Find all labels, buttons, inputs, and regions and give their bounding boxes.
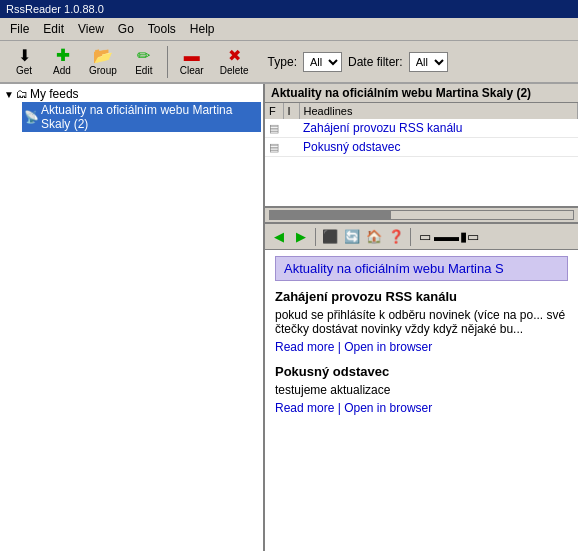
get-label: Get bbox=[16, 65, 32, 76]
menu-file[interactable]: File bbox=[4, 20, 35, 38]
group-icon: 📂 bbox=[93, 47, 113, 65]
scrollbar-area bbox=[265, 208, 578, 224]
nav-stop-button[interactable]: ⬛ bbox=[320, 227, 340, 247]
get-button[interactable]: ⬇ Get bbox=[6, 44, 42, 79]
get-icon: ⬇ bbox=[18, 47, 31, 65]
toolbar-separator-1 bbox=[167, 46, 168, 78]
table-row: ▤ Zahájení provozu RSS kanálu bbox=[265, 119, 578, 138]
tree-root: ▼ 🗂 My feeds bbox=[2, 86, 261, 102]
nav-refresh-button[interactable]: 🔄 bbox=[342, 227, 362, 247]
menu-edit[interactable]: Edit bbox=[37, 20, 70, 38]
app-title: RssReader 1.0.88.0 bbox=[6, 3, 104, 15]
article-1-title: Zahájení provozu RSS kanálu bbox=[275, 289, 568, 304]
my-feeds-icon: 🗂 bbox=[16, 87, 28, 101]
article-2-read-more[interactable]: Read more | Open in browser bbox=[275, 401, 568, 415]
date-filter-select[interactable]: All bbox=[409, 52, 448, 72]
feed-icon: 📡 bbox=[24, 110, 39, 124]
menu-view[interactable]: View bbox=[72, 20, 110, 38]
table-row: ▤ Pokusný odstavec bbox=[265, 138, 578, 157]
headlines-area: F I Headlines ▤ Zahájení provozu RSS kan… bbox=[265, 103, 578, 208]
tree-feed-item[interactable]: 📡 Aktuality na oficiálním webu Martina S… bbox=[22, 102, 261, 132]
row1-f-icon: ▤ bbox=[265, 119, 283, 138]
headline-link-2[interactable]: Pokusný odstavec bbox=[303, 140, 400, 154]
clear-button[interactable]: ▬ Clear bbox=[173, 44, 211, 79]
toolbar: ⬇ Get ✚ Add 📂 Group ✏ Edit ▬ Clear ✖ Del… bbox=[0, 41, 578, 84]
headline-link-1[interactable]: Zahájení provozu RSS kanálu bbox=[303, 121, 462, 135]
article-1: Zahájení provozu RSS kanálu pokud se při… bbox=[275, 289, 568, 354]
add-icon: ✚ bbox=[56, 47, 69, 65]
main-area: ▼ 🗂 My feeds 📡 Aktuality na oficiálním w… bbox=[0, 84, 578, 551]
type-label: Type: bbox=[268, 55, 297, 69]
group-button[interactable]: 📂 Group bbox=[82, 44, 124, 79]
article-2: Pokusný odstavec testujeme aktualizace R… bbox=[275, 364, 568, 415]
menu-bar: File Edit View Go Tools Help bbox=[0, 18, 578, 41]
feed-label: Aktuality na oficiálním webu Martina Ska… bbox=[41, 103, 259, 131]
add-button[interactable]: ✚ Add bbox=[44, 44, 80, 79]
bottom-toolbar: ◀ ▶ ⬛ 🔄 🏠 ❓ ▭ ▬▬ ▮▭ bbox=[265, 224, 578, 250]
row2-title-cell: Pokusný odstavec bbox=[299, 138, 578, 157]
edit-icon: ✏ bbox=[137, 47, 150, 65]
article-1-body: pokud se přihlásíte k odběru novinek (ví… bbox=[275, 308, 568, 336]
right-panel-header: Aktuality na oficiálním webu Martina Ska… bbox=[265, 84, 578, 103]
col-i: I bbox=[283, 103, 299, 119]
content-title-text: Aktuality na oficiálním webu Martina S bbox=[284, 261, 504, 276]
clear-icon: ▬ bbox=[184, 47, 200, 65]
article-2-title: Pokusný odstavec bbox=[275, 364, 568, 379]
left-panel: ▼ 🗂 My feeds 📡 Aktuality na oficiálním w… bbox=[0, 84, 265, 551]
menu-tools[interactable]: Tools bbox=[142, 20, 182, 38]
nav-question-button[interactable]: ❓ bbox=[386, 227, 406, 247]
row1-i-cell bbox=[283, 119, 299, 138]
nav-home-button[interactable]: 🏠 bbox=[364, 227, 384, 247]
article-1-read-more-link[interactable]: Read more bbox=[275, 340, 334, 354]
row1-title-cell: Zahájení provozu RSS kanálu bbox=[299, 119, 578, 138]
nav-back-button[interactable]: ◀ bbox=[269, 227, 289, 247]
group-label: Group bbox=[89, 65, 117, 76]
my-feeds-label: My feeds bbox=[30, 87, 79, 101]
delete-label: Delete bbox=[220, 65, 249, 76]
headlines-table: F I Headlines ▤ Zahájení provozu RSS kan… bbox=[265, 103, 578, 157]
nav-view2-button[interactable]: ▬▬ bbox=[437, 227, 457, 247]
nav-view3-button[interactable]: ▮▭ bbox=[459, 227, 479, 247]
right-panel: Aktuality na oficiálním webu Martina Ska… bbox=[265, 84, 578, 551]
col-headlines: Headlines bbox=[299, 103, 578, 119]
row2-i-cell bbox=[283, 138, 299, 157]
delete-button[interactable]: ✖ Delete bbox=[213, 44, 256, 79]
content-area: Aktuality na oficiálním webu Martina S Z… bbox=[265, 250, 578, 551]
tree-toggle[interactable]: ▼ bbox=[4, 89, 14, 100]
toolbar-controls: Type: All Date filter: All bbox=[268, 52, 448, 72]
edit-button[interactable]: ✏ Edit bbox=[126, 44, 162, 79]
scroll-thumb bbox=[270, 211, 391, 219]
type-select[interactable]: All bbox=[303, 52, 342, 72]
article-2-body: testujeme aktualizace bbox=[275, 383, 568, 397]
menu-help[interactable]: Help bbox=[184, 20, 221, 38]
nav-separator-2 bbox=[410, 228, 411, 246]
nav-forward-button[interactable]: ▶ bbox=[291, 227, 311, 247]
nav-view1-button[interactable]: ▭ bbox=[415, 227, 435, 247]
article-1-open-browser-link[interactable]: Open in browser bbox=[344, 340, 432, 354]
add-label: Add bbox=[53, 65, 71, 76]
right-panel-title: Aktuality na oficiálním webu Martina Ska… bbox=[271, 86, 531, 100]
article-2-read-more-link[interactable]: Read more bbox=[275, 401, 334, 415]
delete-icon: ✖ bbox=[228, 47, 241, 65]
date-filter-label: Date filter: bbox=[348, 55, 403, 69]
headlines-header-row: F I Headlines bbox=[265, 103, 578, 119]
title-bar: RssReader 1.0.88.0 bbox=[0, 0, 578, 18]
edit-label: Edit bbox=[135, 65, 152, 76]
menu-go[interactable]: Go bbox=[112, 20, 140, 38]
clear-label: Clear bbox=[180, 65, 204, 76]
col-f: F bbox=[265, 103, 283, 119]
row2-f-icon: ▤ bbox=[265, 138, 283, 157]
scroll-track[interactable] bbox=[269, 210, 574, 220]
content-title: Aktuality na oficiálním webu Martina S bbox=[275, 256, 568, 281]
nav-separator-1 bbox=[315, 228, 316, 246]
article-2-open-browser-link[interactable]: Open in browser bbox=[344, 401, 432, 415]
article-1-read-more[interactable]: Read more | Open in browser bbox=[275, 340, 568, 354]
